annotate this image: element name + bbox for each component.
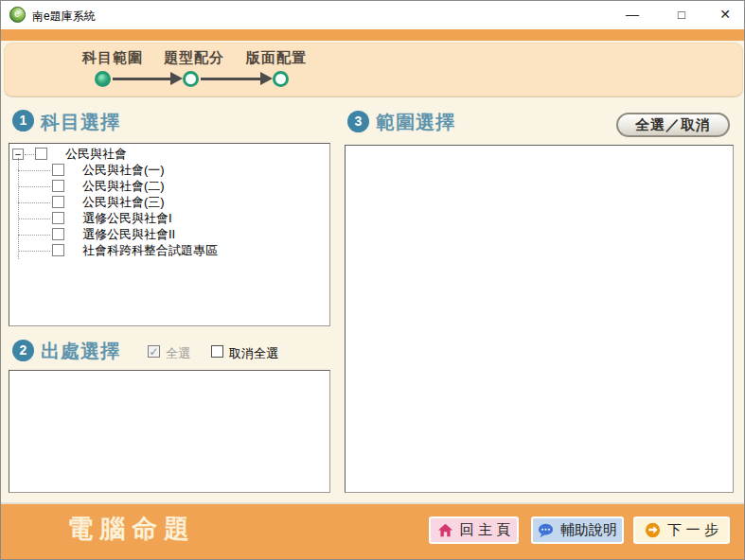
help-button[interactable]: 輔助說明	[531, 516, 624, 544]
tree-connector	[25, 154, 34, 155]
close-button[interactable]: ✕	[709, 1, 741, 28]
select-all-toggle-button[interactable]: 全選／取消	[616, 113, 730, 137]
tree-row[interactable]: 選修公民與社會I	[10, 211, 323, 227]
section-1-title: 科目選擇	[41, 110, 120, 135]
chat-icon	[538, 522, 554, 538]
tree-row[interactable]: 公民與社會(二)	[10, 179, 323, 195]
step-circle-1-active	[95, 71, 111, 87]
section-3-number-badge: 3	[347, 111, 369, 132]
app-logo-icon	[9, 7, 26, 23]
tree-item-label[interactable]: 選修公民與社會I	[82, 211, 172, 225]
tree-row[interactable]: 選修公民與社會II	[10, 227, 323, 243]
next-button-label: 下 一 步	[667, 521, 718, 539]
home-icon	[437, 522, 453, 538]
footer-bar: 電腦命題 回 主 頁 輔助說明 下 一 步	[1, 502, 744, 559]
select-all-label[interactable]: 全選	[166, 345, 190, 362]
select-all-checkbox[interactable]: ✓	[148, 345, 160, 358]
arrow-right-icon	[170, 72, 183, 85]
maximize-button[interactable]: □	[665, 1, 698, 28]
subject-tree: − 公民與社會 公民與社會(一) 公民與社會(二) 公民與社會(三) 選修公民與…	[10, 147, 323, 259]
section-3-title: 範圍選擇	[376, 110, 455, 135]
tree-checkbox[interactable]	[52, 244, 64, 256]
tree-row[interactable]: 社會科跨科整合試題專區	[10, 243, 323, 259]
step-label-subject-range: 科目範圍	[82, 49, 143, 67]
minimize-button[interactable]: —	[616, 1, 648, 28]
tree-item-label[interactable]: 公民與社會(三)	[82, 195, 165, 209]
next-icon	[645, 522, 661, 538]
tree-item-label[interactable]: 公民與社會(一)	[82, 163, 165, 177]
tree-checkbox[interactable]	[35, 148, 47, 160]
help-button-label: 輔助說明	[560, 521, 617, 539]
section-2-number-badge: 2	[12, 340, 34, 361]
title-bar: 南e題庫系統 — □ ✕	[1, 1, 744, 29]
step-label-question-allocation: 題型配分	[164, 49, 224, 67]
footer-title: 電腦命題	[67, 512, 196, 546]
window-title: 南e題庫系統	[32, 9, 96, 25]
app-window: 南e題庫系統 — □ ✕ 科目範圍 題型配分 版面配置 1 科目選擇 − 公民與…	[0, 0, 745, 560]
home-button-label: 回 主 頁	[460, 521, 510, 539]
step-connector-line	[113, 78, 171, 80]
wizard-steps-panel: 科目範圍 題型配分 版面配置	[4, 43, 743, 96]
section-1-number-badge: 1	[12, 110, 34, 131]
home-button[interactable]: 回 主 頁	[429, 516, 519, 544]
step-connector-line	[201, 78, 261, 80]
tree-checkbox[interactable]	[52, 212, 64, 224]
tree-item-label[interactable]: 公民與社會(二)	[82, 179, 165, 193]
range-list-box[interactable]	[345, 145, 734, 493]
section-2-title: 出處選擇	[41, 339, 120, 364]
step-circle-3	[273, 71, 289, 87]
tree-checkbox[interactable]	[52, 196, 64, 208]
tree-checkbox[interactable]	[52, 164, 64, 176]
deselect-all-label[interactable]: 取消全選	[229, 345, 278, 362]
tree-row[interactable]: 公民與社會(一)	[10, 163, 323, 179]
top-accent-strip	[1, 29, 744, 41]
tree-row-root[interactable]: − 公民與社會	[10, 147, 323, 163]
tree-item-label[interactable]: 選修公民與社會II	[82, 227, 175, 241]
tree-checkbox[interactable]	[52, 180, 64, 192]
step-label-layout: 版面配置	[246, 49, 307, 67]
step-circle-2	[183, 71, 199, 87]
tree-checkbox[interactable]	[52, 228, 64, 240]
arrow-right-icon	[260, 72, 273, 85]
tree-item-label[interactable]: 社會科跨科整合試題專區	[82, 243, 218, 257]
tree-root-label[interactable]: 公民與社會	[65, 147, 127, 161]
deselect-all-checkbox[interactable]	[211, 345, 223, 358]
tree-children: 公民與社會(一) 公民與社會(二) 公民與社會(三) 選修公民與社會I 選修公民…	[10, 163, 323, 259]
source-list-box[interactable]	[9, 370, 330, 493]
tree-row[interactable]: 公民與社會(三)	[10, 195, 323, 211]
next-button[interactable]: 下 一 步	[633, 516, 730, 544]
